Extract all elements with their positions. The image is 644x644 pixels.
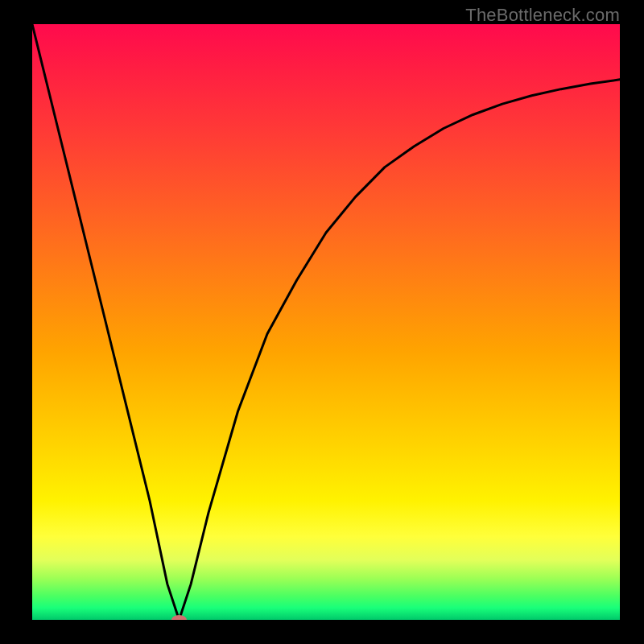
minimum-marker [171,615,187,620]
plot-area [32,24,620,620]
bottleneck-curve [32,24,620,620]
chart-container: TheBottleneck.com [0,0,644,644]
curve-svg [32,24,620,620]
watermark-text: TheBottleneck.com [465,5,620,26]
